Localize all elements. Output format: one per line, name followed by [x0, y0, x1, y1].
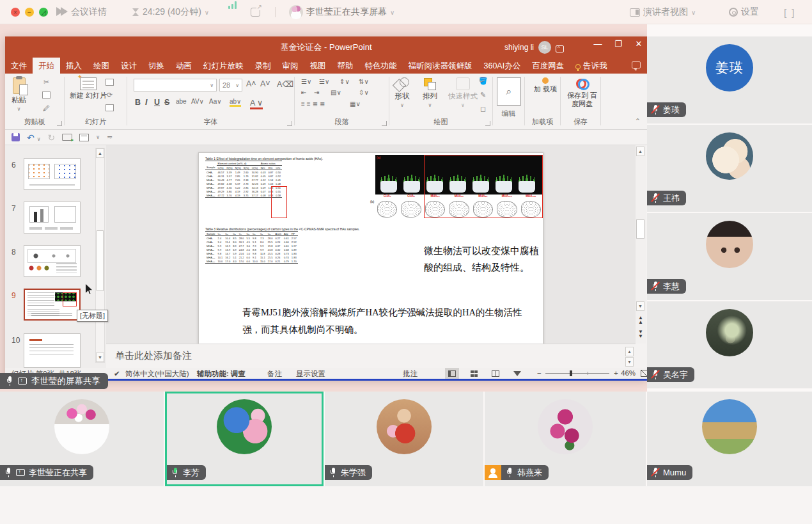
- copy-button[interactable]: [41, 90, 52, 100]
- italic-button[interactable]: I: [145, 98, 147, 107]
- ppt-tab-8[interactable]: 幻灯片放映: [198, 58, 249, 74]
- participant-tile-bottom-1[interactable]: 李世莹正在共享: [0, 392, 164, 486]
- participant-tile-bottom-3[interactable]: 朱学强: [325, 392, 483, 486]
- slide-thumbnail-7[interactable]: [24, 202, 81, 234]
- text-direction-button[interactable]: ⇅∨: [359, 78, 369, 85]
- zoom-in-button[interactable]: +: [614, 369, 618, 377]
- display-settings-button[interactable]: 显示设置: [296, 369, 325, 379]
- shrink-font-button[interactable]: A˅: [260, 79, 270, 88]
- cut-button[interactable]: ✂: [41, 77, 52, 87]
- format-painter-button[interactable]: 🖉: [41, 103, 52, 113]
- shape-effects-button[interactable]: ◻: [478, 104, 488, 114]
- sharing-status-dropdown[interactable]: 李世莹正在共享屏幕 ∨: [289, 0, 394, 24]
- ppt-tab-13[interactable]: 特色功能: [359, 58, 403, 74]
- ppt-tab-12[interactable]: 帮助: [332, 58, 359, 74]
- editor-scroll-up[interactable]: ▲: [636, 147, 644, 156]
- zoom-slider[interactable]: [545, 373, 609, 374]
- comments-bubble-icon[interactable]: [632, 61, 641, 68]
- panel-scrollbar[interactable]: ▲ ▼: [95, 148, 105, 363]
- view-mode-dropdown[interactable]: 演讲者视图 ∨: [630, 0, 696, 24]
- shapes-button[interactable]: 形状∨: [394, 77, 410, 108]
- reset-button[interactable]: ⟳: [104, 90, 115, 100]
- font-size-combo[interactable]: 28∨: [219, 79, 242, 91]
- slide-thumbnail-10[interactable]: [24, 333, 81, 368]
- decrease-indent-button[interactable]: ⇤: [301, 89, 306, 96]
- panel-scroll-thumb[interactable]: [97, 230, 104, 291]
- touch-mode-icon[interactable]: [79, 134, 89, 141]
- editor-scrollbar[interactable]: ▲ ▼ ▲▲ ▼▼: [636, 145, 646, 344]
- ppt-tab-3[interactable]: 插入: [60, 58, 88, 74]
- strike-button[interactable]: S: [164, 98, 169, 107]
- zoom-out-button[interactable]: −: [537, 369, 542, 377]
- language-status[interactable]: 简体中文(中国大陆): [125, 369, 189, 379]
- minimize-window-button[interactable]: −: [25, 8, 34, 17]
- tell-me-button[interactable]: 告诉我: [570, 58, 613, 74]
- redo-button[interactable]: ↻: [47, 132, 55, 143]
- slideshow-view-button[interactable]: [510, 368, 524, 379]
- shape-outline-button[interactable]: ✎: [478, 90, 488, 100]
- start-slideshow-icon[interactable]: [62, 134, 72, 141]
- ppt-tab-11[interactable]: 视图: [304, 58, 332, 74]
- ppt-tab-15[interactable]: 360AI办公: [478, 58, 527, 74]
- fullscreen-button[interactable]: [ ]: [784, 0, 796, 24]
- ppt-tab-14[interactable]: 福昕阅读器领鲜版: [403, 58, 478, 74]
- normal-view-button[interactable]: [445, 368, 459, 379]
- section-button[interactable]: [104, 103, 115, 113]
- ppt-tab-2[interactable]: 开始: [33, 58, 60, 74]
- quick-styles-button[interactable]: 快速样式∨: [448, 77, 478, 108]
- font-color-button[interactable]: A ∨: [250, 98, 263, 109]
- columns-button[interactable]: ▤∨: [331, 89, 341, 96]
- ppt-tab-7[interactable]: 动画: [170, 58, 198, 74]
- previous-slide-button[interactable]: ▲▲: [637, 315, 644, 324]
- participant-tile-bottom-5[interactable]: Mumu: [647, 392, 812, 486]
- ppt-account[interactable]: shiying li SL: [504, 41, 564, 54]
- spellcheck-icon[interactable]: ✔: [114, 369, 120, 378]
- participant-tile-right-1[interactable]: 姜瑛姜瑛: [647, 36, 812, 123]
- ppt-tab-5[interactable]: 设计: [115, 58, 143, 74]
- bullets-button[interactable]: ☰∨: [301, 78, 311, 85]
- panel-scroll-up[interactable]: ▲: [96, 148, 104, 158]
- numbering-button[interactable]: ☱∨: [319, 78, 329, 85]
- increase-indent-button[interactable]: ⇥: [314, 89, 319, 96]
- slide-thumbnail-6[interactable]: [24, 158, 81, 190]
- participant-tile-right-3[interactable]: 李慧: [647, 213, 812, 300]
- slide-thumbnail-8[interactable]: [24, 245, 81, 277]
- zoom-percent[interactable]: 46%: [621, 369, 636, 377]
- accessibility-status[interactable]: 辅助功能: 调查: [197, 369, 246, 379]
- settings-button[interactable]: 设置: [729, 0, 759, 24]
- comments-button[interactable]: 批注: [403, 369, 418, 379]
- customize-qat-icon[interactable]: ≂: [107, 133, 113, 141]
- reading-view-button[interactable]: [488, 368, 503, 379]
- zoom-slider-thumb[interactable]: [570, 370, 572, 376]
- ppt-tab-6[interactable]: 切换: [143, 58, 170, 74]
- layout-button[interactable]: [104, 77, 115, 87]
- meeting-detail-button[interactable]: 会议详情: [56, 0, 107, 24]
- drawing-dialog-launcher[interactable]: [485, 121, 490, 126]
- font-name-combo[interactable]: ∨: [134, 79, 217, 91]
- ppt-tab-10[interactable]: 审阅: [277, 58, 304, 74]
- next-slide-button[interactable]: ▼▼: [637, 329, 644, 338]
- ppt-tab-1[interactable]: 文件: [5, 58, 33, 74]
- participant-tile-bottom-2[interactable]: 李芳: [165, 392, 324, 486]
- font-dialog-launcher[interactable]: [287, 121, 292, 126]
- smartart-button[interactable]: ▦∨: [350, 100, 361, 107]
- ppt-tab-9[interactable]: 录制: [249, 58, 277, 74]
- shape-fill-button[interactable]: 🪣: [478, 76, 488, 86]
- undo-button[interactable]: ↶ ∨: [27, 132, 40, 143]
- char-spacing-button[interactable]: AV∨: [191, 98, 204, 105]
- participant-tile-bottom-4[interactable]: 韩燕来: [485, 392, 646, 486]
- notes-toggle[interactable]: 备注: [267, 369, 282, 379]
- ppt-close-button[interactable]: ✕: [634, 39, 643, 49]
- notes-pane[interactable]: 单击此处添加备注 ▲ ▼: [106, 344, 636, 368]
- participant-tile-right-2[interactable]: 王祎: [647, 125, 812, 212]
- ppt-minimize-button[interactable]: —: [593, 39, 602, 49]
- ppt-tab-16[interactable]: 百度网盘: [526, 58, 570, 74]
- shadow-button[interactable]: abe: [176, 98, 187, 105]
- ppt-tab-4[interactable]: 绘图: [88, 58, 115, 74]
- underline-button[interactable]: U: [154, 98, 160, 107]
- notes-scroll-down[interactable]: ▼: [625, 357, 634, 367]
- grow-font-button[interactable]: A˄: [246, 79, 256, 88]
- save-to-baidu-button[interactable]: 保存到 百度网盘: [564, 77, 600, 108]
- highlight-button[interactable]: ab∨: [230, 98, 241, 107]
- slide-thumbnail-9[interactable]: [24, 289, 81, 321]
